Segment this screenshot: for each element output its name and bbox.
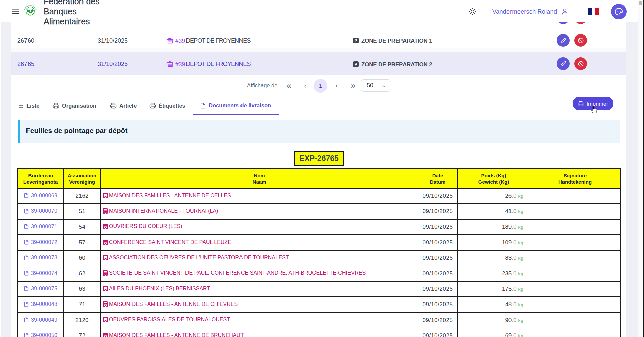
svg-text:Banques Alimentaires: Banques Alimentaires: [24, 5, 37, 11]
svg-text:P: P: [355, 38, 357, 43]
svg-text:P: P: [355, 62, 357, 67]
